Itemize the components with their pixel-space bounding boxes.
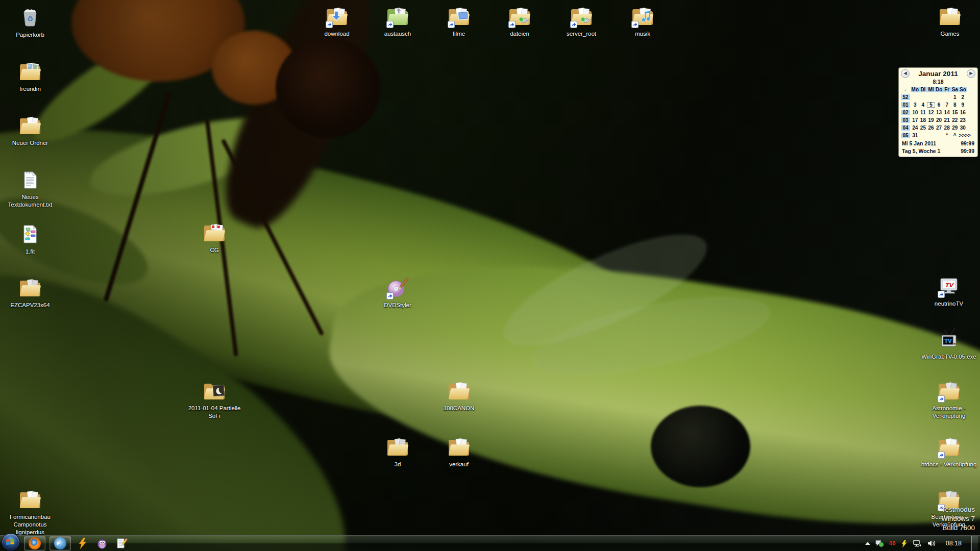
calendar-footer-value: 99:99 [961, 140, 974, 146]
windows-build-watermark: Testmodus Windows 7 Build 7600 [941, 505, 975, 533]
calendar-day[interactable]: 2 [959, 94, 967, 100]
calendar-day[interactable]: 4 [919, 102, 927, 108]
desktop-icon-3d[interactable]: 3d [362, 435, 433, 468]
taskbar-clock[interactable]: 08:18 [941, 540, 967, 547]
calendar-day[interactable]: >>>> [959, 133, 967, 138]
calendar-day[interactable]: 31 [911, 133, 919, 138]
desktop-icon-dvdstyler[interactable]: DVDStyler [362, 276, 433, 309]
desktop-icon-1-fit[interactable]: 1.fit [0, 222, 66, 256]
shortcut-arrow-icon [448, 21, 455, 28]
desktop-icon-astronomie-verkn-pfung[interactable]: Astronomie -Verknüpfung [913, 379, 980, 420]
calendar-footer-value: 99:99 [961, 148, 974, 154]
calendar-day[interactable]: 27 [935, 125, 943, 131]
desktop-icon-label: dateien [510, 30, 529, 38]
calendar-day[interactable]: 19 [927, 117, 935, 123]
desktop-icon-verkauf[interactable]: verkauf [423, 435, 495, 468]
calendar-day[interactable]: 14 [943, 110, 951, 115]
messenger-status-icon[interactable] [875, 539, 884, 547]
network-icon[interactable] [913, 539, 922, 547]
calendar-day[interactable]: 21 [943, 117, 951, 123]
calendar-grid: -MoDiMiDoFrSaSo5212013456789021011121314… [901, 86, 975, 139]
temperature-value[interactable]: 46 [889, 540, 895, 547]
calendar-day[interactable]: 17 [911, 117, 919, 123]
desktop-icon-label: freundin [19, 85, 41, 93]
calendar-day[interactable]: 15 [951, 110, 959, 115]
calendar-day[interactable]: 8 [951, 102, 959, 108]
desktop-icon-htdocs-verkn-pfung[interactable]: htdocs - Verknüpfung [913, 435, 980, 468]
calendar-day[interactable]: 28 [943, 125, 951, 131]
shortcut-arrow-icon [631, 21, 639, 28]
desktop-icon-wingrabtv-0-05-exe[interactable]: TV WinGrabTV-0.05.exe [913, 327, 980, 361]
calendar-day[interactable]: 3 [911, 102, 919, 108]
hidden-icons-chevron[interactable] [865, 542, 870, 545]
show-desktop-button[interactable] [971, 536, 978, 551]
calendar-day[interactable]: 13 [935, 110, 943, 115]
folder-files-icon [385, 435, 410, 459]
calendar-day[interactable]: 18 [919, 117, 927, 123]
desktop-icon-neutrinotv[interactable]: TV neutrinoTV [913, 274, 980, 308]
desktop-icon-dateien[interactable]: dateien [484, 4, 555, 38]
desktop-icon-2011-01-04-partielle-sofi[interactable]: 2011-01-04 PartielleSoFi [179, 379, 250, 420]
calendar-day[interactable]: 22 [951, 117, 959, 123]
calendar-day[interactable]: 12 [927, 110, 935, 115]
calendar-day-header: Sa [951, 87, 959, 92]
folder-icon [447, 435, 471, 459]
quicklaunch-winamp[interactable] [74, 537, 91, 550]
folder-files-icon [937, 379, 961, 403]
folder-icon [447, 379, 471, 403]
calendar-day[interactable]: ^ [951, 133, 959, 138]
desktop-icon-label: 100CANON [444, 405, 475, 412]
quicklaunch-pidgin[interactable] [93, 537, 111, 550]
desktop-icon-neues-textdokument-txt[interactable]: NeuesTextdokument.txt [0, 167, 66, 209]
desktop-icon-label: Astronomie -Verknüpfung [932, 405, 965, 420]
calendar-day[interactable]: 11 [919, 110, 927, 115]
quicklaunch-notepad[interactable] [113, 537, 130, 550]
power-bolt-icon[interactable] [900, 540, 908, 547]
calendar-day[interactable]: 26 [927, 125, 935, 131]
watermark-line: Windows 7 [941, 514, 975, 523]
dvd-icon [385, 276, 410, 300]
calendar-day[interactable]: 5 [927, 102, 935, 108]
desktop-icon-freundin[interactable]: freundin [0, 59, 66, 93]
calendar-day[interactable]: 23 [959, 117, 967, 123]
calendar-day[interactable]: 16 [959, 110, 967, 115]
calendar-prev-button[interactable]: ◀ [901, 69, 910, 78]
folder-network-icon [569, 4, 594, 29]
desktop-icon-cg[interactable]: CG [179, 220, 250, 254]
calendar-day[interactable]: 29 [951, 125, 959, 131]
volume-icon[interactable] [927, 540, 936, 547]
calendar-day[interactable]: 20 [935, 117, 943, 123]
desktop-icon-papierkorb[interactable]: ♻ Papierkorb [0, 5, 66, 39]
calendar-day[interactable]: 1 [951, 94, 959, 100]
calendar-day[interactable]: 30 [959, 125, 967, 131]
taskbar-button-thunderbird[interactable] [50, 536, 71, 550]
folder-sync-icon [385, 4, 410, 29]
desktop-icon-label: 1.fit [26, 248, 35, 256]
folder-images-icon [18, 59, 42, 84]
calendar-day-header: Mo [911, 87, 919, 92]
desktop-icon-neuer-ordner[interactable]: Neuer Ordner [0, 113, 66, 147]
calendar-day[interactable]: 24 [911, 125, 919, 131]
folder-icon [937, 435, 961, 459]
desktop-icon-ezcapv23x64[interactable]: EZCAPV23x64 [0, 276, 66, 309]
desktop-icon-100canon[interactable]: 100CANON [423, 379, 495, 412]
calendar-day[interactable]: 6 [935, 102, 943, 108]
calendar-next-button[interactable]: ▶ [967, 69, 975, 78]
desktop-icon-games[interactable]: Games [914, 4, 980, 38]
calendar-day[interactable]: * [943, 133, 951, 138]
desktop-icon-musik[interactable]: musik [607, 4, 678, 38]
folder-files-icon [18, 276, 42, 300]
desktop-icon-formicarienbau-camponotus-ligniperdus[interactable]: FormicarienbauCamponotusligniperdus [0, 487, 66, 536]
calendar-day[interactable]: 10 [911, 110, 919, 115]
calendar-day[interactable]: 9 [959, 102, 967, 108]
desktop-icon-austausch[interactable]: austausch [362, 4, 433, 38]
calendar-week-number: 03 [901, 117, 910, 123]
desktop-icon-label: Games [940, 30, 959, 38]
taskbar-button-firefox[interactable] [24, 536, 45, 550]
calendar-day[interactable]: 7 [943, 102, 951, 108]
desktop-icon-server-root[interactable]: server_root [546, 4, 617, 38]
desktop-icon-label: verkauf [449, 461, 469, 468]
desktop-icon-label: Papierkorb [16, 31, 44, 39]
start-button[interactable] [2, 533, 20, 551]
calendar-day[interactable]: 25 [919, 125, 927, 131]
